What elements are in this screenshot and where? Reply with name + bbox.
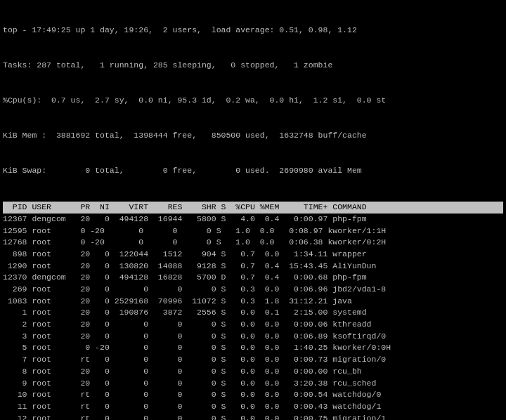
header-line3: %Cpu(s): 0.7 us, 2.7 sy, 0.0 ni, 95.3 id… xyxy=(3,95,503,107)
header-line4: KiB Mem : 3881692 total, 1398444 free, 8… xyxy=(3,130,503,142)
table-row[interactable]: 5 root 0 -20 0 0 0 S 0.0 0.0 1:40.25 kwo… xyxy=(3,342,503,354)
table-row[interactable]: 10 root rt 0 0 0 0 S 0.0 0.0 0:00.54 wat… xyxy=(3,389,503,401)
table-row[interactable]: 12 root rt 0 0 0 0 S 0.0 0.0 0:00.75 mig… xyxy=(3,413,503,420)
header-line5: KiB Swap: 0 total, 0 free, 0 used. 26909… xyxy=(3,165,503,177)
table-row[interactable]: 898 root 20 0 122044 1512 904 S 0.7 0.0 … xyxy=(3,249,503,261)
table-row[interactable]: 269 root 20 0 0 0 0 S 0.3 0.0 0:06.96 jb… xyxy=(3,284,503,296)
table-row[interactable]: 8 root 20 0 0 0 0 S 0.0 0.0 0:00.00 rcu_… xyxy=(3,366,503,378)
table-row[interactable]: 12595 root 0 -20 0 0 0 S 1.0 0.0 0:08.97… xyxy=(3,225,503,237)
table-row[interactable]: 7 root rt 0 0 0 0 S 0.0 0.0 0:00.73 migr… xyxy=(3,354,503,366)
table-row[interactable]: 9 root 20 0 0 0 0 S 0.0 0.0 3:20.38 rcu_… xyxy=(3,378,503,390)
table-body: 12367 dengcom 20 0 494128 16944 5800 S 4… xyxy=(3,214,503,420)
table-row[interactable]: 1290 root 20 0 130820 14088 9128 S 0.7 0… xyxy=(3,261,503,273)
header-line2: Tasks: 287 total, 1 running, 285 sleepin… xyxy=(3,60,503,72)
terminal-window: top - 17:49:25 up 1 day, 19:26, 2 users,… xyxy=(3,1,503,420)
header-line1: top - 17:49:25 up 1 day, 19:26, 2 users,… xyxy=(3,25,503,37)
table-header: PID USER PR NI VIRT RES SHR S %CPU %MEM … xyxy=(3,202,503,214)
table-row[interactable]: 12768 root 0 -20 0 0 0 S 1.0 0.0 0:06.38… xyxy=(3,237,503,249)
table-row[interactable]: 11 root rt 0 0 0 0 S 0.0 0.0 0:00.43 wat… xyxy=(3,401,503,413)
table-row[interactable]: 3 root 20 0 0 0 0 S 0.0 0.0 0:06.89 ksof… xyxy=(3,331,503,343)
table-row[interactable]: 12370 dengcom 20 0 494128 16828 5700 D 0… xyxy=(3,272,503,284)
table-row[interactable]: 2 root 20 0 0 0 0 S 0.0 0.0 0:00.06 kthr… xyxy=(3,319,503,331)
table-row[interactable]: 1 root 20 0 190876 3872 2556 S 0.0 0.1 2… xyxy=(3,307,503,319)
header-section: top - 17:49:25 up 1 day, 19:26, 2 users,… xyxy=(3,1,503,200)
table-row[interactable]: 12367 dengcom 20 0 494128 16944 5800 S 4… xyxy=(3,214,503,225)
table-row[interactable]: 1083 root 20 0 2529168 70996 11072 S 0.3… xyxy=(3,296,503,308)
